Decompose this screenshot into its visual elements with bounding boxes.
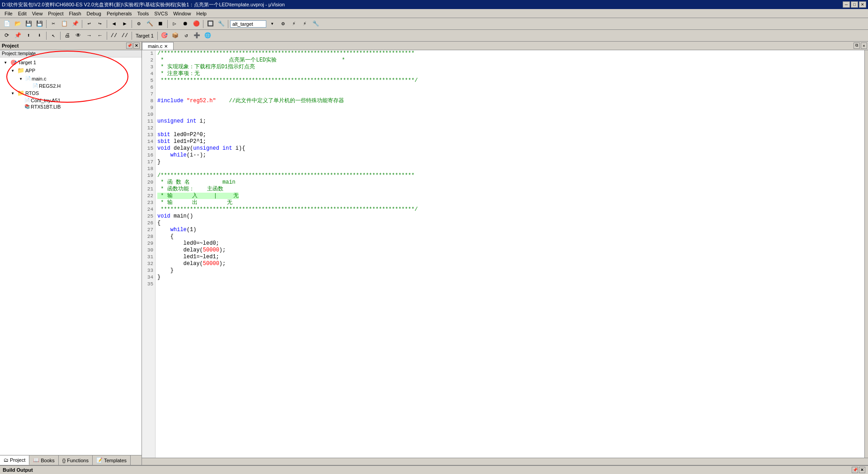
editor-close-button[interactable]: ✕ xyxy=(861,43,867,49)
close-button[interactable]: ✕ xyxy=(859,1,866,8)
editor-horizontal-scrollbar[interactable] xyxy=(142,458,868,465)
reload-btn[interactable]: ↺ xyxy=(181,31,191,41)
code-line-13: sbit led0=P2^0; xyxy=(157,132,206,138)
save-button[interactable]: 💾 xyxy=(24,19,33,29)
maximize-button[interactable]: □ xyxy=(851,1,858,8)
target-selector[interactable]: alt_target xyxy=(230,20,266,28)
reset-btn[interactable]: ⟳ xyxy=(2,31,12,41)
separator-6 xyxy=(203,20,203,28)
flash-btn[interactable]: ⚡ xyxy=(289,19,299,29)
open-button[interactable]: 📂 xyxy=(13,19,23,29)
menu-help[interactable]: Help xyxy=(193,10,209,17)
code-line-10 xyxy=(157,111,160,118)
tree-item-rtos[interactable]: ▾ 📁 RTOS xyxy=(1,89,141,97)
menu-peripherals[interactable]: Peripherals xyxy=(104,10,135,17)
menu-debug[interactable]: Debug xyxy=(84,10,104,17)
paste-button[interactable]: 📌 xyxy=(70,19,80,29)
editor-tab-mainc[interactable]: main.c ✕ xyxy=(142,42,174,50)
back-button[interactable]: ◀ xyxy=(109,19,119,29)
minimize-button[interactable]: ─ xyxy=(843,1,850,8)
stop-debug-button[interactable]: ⏺ xyxy=(180,19,190,29)
tab-templates-label: Templates xyxy=(104,458,127,463)
tree-item-rtxlib[interactable]: 📚 RTX51BT.LIB xyxy=(1,104,141,110)
menu-bar: File Edit View Project Flash Debug Perip… xyxy=(0,9,868,18)
outdent-btn[interactable]: ← xyxy=(95,31,105,41)
menu-view[interactable]: View xyxy=(29,10,46,17)
panel-close-button[interactable]: ✕ xyxy=(133,43,140,49)
file-icon-mainc: 📄 xyxy=(25,76,31,81)
code-line-8: #include "reg52.h" //此文件中定义了单片机的一些特殊功能寄存… xyxy=(157,98,344,104)
code-line-12 xyxy=(157,125,160,131)
add-group-btn[interactable]: ➕ xyxy=(192,31,202,41)
forward-button[interactable]: ▶ xyxy=(120,19,130,29)
build-panel-close[interactable]: ✕ xyxy=(859,467,865,473)
tree-item-conf[interactable]: 📄 Conf_tny.A51 xyxy=(1,97,141,104)
code-line-35 xyxy=(157,281,160,287)
flash2-btn[interactable]: ⚡ xyxy=(300,19,310,29)
extra-btn[interactable]: 🌐 xyxy=(203,31,213,41)
window-btn[interactable]: 🔲 xyxy=(205,19,215,29)
uncomment-btn[interactable]: // xyxy=(120,31,130,41)
build-button[interactable]: ⚙ xyxy=(134,19,144,29)
tab-templates[interactable]: 📝 Templates xyxy=(93,455,131,465)
target-settings-btn[interactable]: 🎯 xyxy=(160,31,170,41)
wrench-btn[interactable]: 🔧 xyxy=(311,19,321,29)
code-editor[interactable]: 12345 678910 1112131415 1617181920 21222… xyxy=(142,50,864,458)
code-content[interactable]: /***************************************… xyxy=(156,50,864,458)
tab-functions[interactable]: {} Functions xyxy=(59,455,93,465)
tree-item-mainc[interactable]: ▾ 📄 main.c xyxy=(1,75,141,83)
up-btn[interactable]: ⬆ xyxy=(24,31,33,41)
cursor-btn[interactable]: ↖ xyxy=(48,31,58,41)
editor-float-button[interactable]: ⧉ xyxy=(854,43,860,49)
editor-right-scrollbar[interactable] xyxy=(864,50,868,458)
menu-edit[interactable]: Edit xyxy=(15,10,29,17)
menu-file[interactable]: File xyxy=(2,10,15,17)
print-btn[interactable]: 🖨 xyxy=(62,31,72,41)
tab-project-icon: 🗂 xyxy=(4,457,9,463)
redo-button[interactable]: ↪ xyxy=(95,19,105,29)
tree-item-regs2h[interactable]: 📄 REGS2.H xyxy=(1,83,141,89)
menu-svcs[interactable]: SVCS xyxy=(151,10,170,17)
preview-btn[interactable]: 👁 xyxy=(73,31,83,41)
rebuild-button[interactable]: 🔨 xyxy=(145,19,155,29)
menu-window[interactable]: Window xyxy=(170,10,193,17)
breakpoint-button[interactable]: 🔴 xyxy=(191,19,201,29)
panel-pin-button[interactable]: 📌 xyxy=(126,43,132,49)
tab-project[interactable]: 🗂 Project xyxy=(0,455,29,465)
undo-button[interactable]: ↩ xyxy=(84,19,94,29)
code-line-11: unsigned int i; xyxy=(157,118,206,124)
tab-books-icon: 📖 xyxy=(33,457,39,463)
editor-main: 12345 678910 1112131415 1617181920 21222… xyxy=(142,50,868,458)
panel-header-controls: 📌 ✕ xyxy=(126,43,140,49)
manage-components-btn[interactable]: 📦 xyxy=(170,31,180,41)
settings-button[interactable]: 🔧 xyxy=(216,19,226,29)
separator-4 xyxy=(132,20,132,28)
indent-btn[interactable]: → xyxy=(84,31,94,41)
code-line-15: void delay(unsigned int i){ xyxy=(157,145,245,152)
new-file-button[interactable]: 📄 xyxy=(2,19,12,29)
code-line-2: * 点亮第一个LED实验 * xyxy=(157,57,345,63)
cut-button[interactable]: ✂ xyxy=(48,19,58,29)
options-btn[interactable]: ⚙ xyxy=(278,19,288,29)
target-dropdown[interactable]: ▾ xyxy=(267,19,277,29)
tab-books[interactable]: 📖 Books xyxy=(29,455,59,465)
editor-tab-close[interactable]: ✕ xyxy=(164,44,168,49)
menu-project[interactable]: Project xyxy=(45,10,66,17)
build-header-controls: 📌 ✕ xyxy=(852,467,865,473)
tree-item-app[interactable]: ▾ 📁 APP xyxy=(1,66,141,75)
down-btn[interactable]: ⬇ xyxy=(34,31,44,41)
tree-item-target1[interactable]: ▾ 🎯 Target 1 xyxy=(1,58,141,66)
tree-label-rtos: RTOS xyxy=(25,90,39,96)
menu-flash[interactable]: Flash xyxy=(66,10,84,17)
stop-button[interactable]: ⏹ xyxy=(156,19,165,29)
menu-tools[interactable]: Tools xyxy=(135,10,152,17)
build-panel-pin[interactable]: 📌 xyxy=(852,467,858,473)
separator-5 xyxy=(167,20,168,28)
comment-btn[interactable]: // xyxy=(109,31,119,41)
separator-1 xyxy=(46,20,47,28)
debug-button[interactable]: ▷ xyxy=(170,19,179,29)
save-all-button[interactable]: 💾 xyxy=(34,19,44,29)
pin-btn[interactable]: 📌 xyxy=(13,31,23,41)
copy-button[interactable]: 📋 xyxy=(59,19,69,29)
title-bar: D:\软件安装包\V2.0资料\CH6800-ES V2.0光盘资料(新)\实验… xyxy=(0,0,868,9)
